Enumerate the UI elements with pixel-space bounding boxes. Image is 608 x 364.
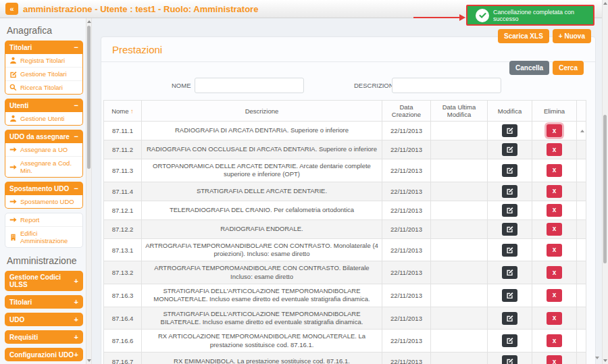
sidebar-group-panel: Assegnare a UOAssegnare a Cod. Min. bbox=[5, 143, 83, 178]
column-header-data-creazione[interactable]: Data Creazione bbox=[382, 101, 431, 122]
sidebar-scrollbar-thumb[interactable] bbox=[87, 26, 91, 169]
page-title: Prestazioni bbox=[112, 44, 162, 55]
sidebar-item-spostamento-udo[interactable]: Spostamento UDO bbox=[5, 195, 82, 208]
edit-button[interactable] bbox=[502, 185, 517, 198]
delete-button[interactable]: x bbox=[547, 355, 562, 364]
edit-button[interactable] bbox=[502, 334, 517, 347]
scroll-down-icon[interactable] bbox=[603, 359, 607, 362]
collapse-icon[interactable]: − bbox=[74, 101, 78, 109]
sidebar-item-assegnare-a-uo[interactable]: Assegnare a UO bbox=[5, 143, 82, 156]
delete-button[interactable]: x bbox=[547, 334, 562, 347]
cell-scrollbar bbox=[577, 201, 586, 219]
sidebar-group-header-utenti[interactable]: Utenti− bbox=[5, 99, 83, 112]
sidebar-group-label: UDO bbox=[9, 316, 24, 323]
column-header-nome[interactable]: Nome ↑ bbox=[104, 101, 142, 122]
edit-button[interactable] bbox=[502, 164, 517, 177]
edit-button[interactable] bbox=[502, 355, 517, 364]
column-header-descrizione[interactable]: Descrizione bbox=[142, 101, 382, 122]
sidebar-group-header-configurazioni-udo[interactable]: Configurazioni UDO+ bbox=[5, 348, 83, 361]
nuova-button[interactable]: + Nuova bbox=[553, 29, 591, 43]
expand-icon[interactable]: + bbox=[74, 315, 78, 323]
sidebar-group-gestione-codici-ulss: Gestione Codici ULSS+ bbox=[5, 271, 83, 291]
cell-data-ultima-modifica bbox=[431, 284, 488, 307]
delete-button[interactable]: x bbox=[547, 289, 562, 302]
delete-button[interactable]: x bbox=[547, 223, 562, 236]
cell-scrollbar bbox=[577, 182, 586, 201]
collapse-icon[interactable]: − bbox=[74, 184, 78, 192]
expand-icon[interactable]: + bbox=[74, 333, 78, 341]
delete-button[interactable]: x bbox=[547, 124, 562, 137]
delete-button[interactable]: x bbox=[547, 143, 562, 156]
column-header-data-ultima-modifica[interactable]: Data Ultima Modifica bbox=[431, 101, 488, 122]
scroll-up-icon[interactable] bbox=[603, 2, 607, 5]
pencil-square-icon bbox=[506, 224, 513, 234]
cell-data-ultima-modifica bbox=[431, 182, 488, 201]
edit-button[interactable] bbox=[502, 244, 517, 257]
cell-data-ultima-modifica bbox=[431, 159, 488, 182]
sidebar-item-label: Spostamento UDO bbox=[20, 198, 74, 205]
cell-data-ultima-modifica bbox=[431, 219, 488, 238]
sidebar-group-header-requisiti[interactable]: Requisiti+ bbox=[5, 330, 83, 344]
cell-elimina: x bbox=[532, 140, 577, 159]
expand-icon[interactable]: + bbox=[74, 350, 78, 359]
nome-input[interactable] bbox=[195, 78, 304, 93]
expand-icon[interactable]: + bbox=[74, 277, 78, 285]
page-scrollbar[interactable] bbox=[602, 0, 608, 364]
table-scroll-down-icon[interactable] bbox=[595, 357, 599, 359]
table-row: 87.16.6RX ARTICOLAZIONE TEMPOROMANDIBOLA… bbox=[104, 330, 586, 353]
delete-button[interactable]: x bbox=[547, 244, 562, 257]
sidebar-item-edifici-amministrazione[interactable]: Edifici Amministrazione bbox=[5, 226, 82, 247]
main-content: Prestazioni Scarica XLS + Nuova Cancella… bbox=[92, 18, 602, 364]
sidebar-item-assegnare-a-cod-min[interactable]: Assegnare a Cod. Min. bbox=[5, 156, 82, 177]
table-scroll-up-icon[interactable] bbox=[580, 130, 584, 132]
sidebar-item-gestione-titolari[interactable]: Gestione Titolari bbox=[5, 67, 82, 80]
sidebar-item-ricerca-titolari[interactable]: Ricerca Titolari bbox=[5, 80, 82, 94]
cell-descrizione: STRATIGRAFIA DELLE ARCATE DENTARIE. bbox=[142, 182, 382, 201]
delete-button[interactable]: x bbox=[547, 204, 562, 217]
expand-icon[interactable]: + bbox=[74, 298, 78, 306]
table-row: 87.13.2ARTROGRAFIA TEMPOROMANDIBOLARE CO… bbox=[104, 261, 586, 284]
sidebar-item-label: Assegnare a Cod. Min. bbox=[20, 159, 78, 174]
collapse-icon[interactable]: − bbox=[74, 132, 78, 140]
x-icon: x bbox=[553, 315, 557, 321]
sidebar-group-header-gestione-codici-ulss[interactable]: Gestione Codici ULSS+ bbox=[5, 271, 83, 291]
sidebar-scrollbar[interactable] bbox=[86, 18, 92, 364]
pencil-square-icon bbox=[506, 126, 513, 136]
edit-button[interactable] bbox=[502, 266, 517, 279]
edit-button[interactable] bbox=[502, 223, 517, 236]
table-scrollbar-header bbox=[577, 101, 586, 122]
edit-button[interactable] bbox=[502, 204, 517, 217]
edit-button[interactable] bbox=[502, 312, 517, 325]
sidebar-group-header-udo-da-assegnare[interactable]: UDO da assegnare− bbox=[5, 130, 83, 143]
sidebar-group-header-spostamento-udo[interactable]: Spostamento UDO− bbox=[5, 182, 83, 195]
edit-button[interactable] bbox=[502, 124, 517, 137]
sidebar-group-header-titolari[interactable]: Titolari− bbox=[5, 41, 83, 54]
collapse-icon[interactable]: − bbox=[74, 43, 78, 51]
sidebar-item-gestione-utenti[interactable]: Gestione Utenti bbox=[5, 112, 82, 125]
delete-button[interactable]: x bbox=[547, 312, 562, 325]
cerca-button[interactable]: Cerca bbox=[553, 61, 584, 75]
sidebar-group-header-titolari[interactable]: Titolari+ bbox=[5, 295, 83, 309]
sidebar-collapse-button[interactable]: « bbox=[5, 3, 18, 15]
scroll-up-icon[interactable] bbox=[87, 20, 91, 23]
scarica-xls-button[interactable]: Scarica XLS bbox=[498, 29, 549, 43]
delete-button[interactable]: x bbox=[547, 266, 562, 279]
page-scrollbar-thumb[interactable] bbox=[603, 115, 607, 263]
x-icon: x bbox=[553, 147, 557, 153]
sidebar-item-report[interactable]: Report bbox=[5, 213, 82, 226]
pencil-square-icon bbox=[506, 245, 513, 255]
cell-nome: 87.12.1 bbox=[104, 201, 142, 219]
cancella-button[interactable]: Cancella bbox=[509, 61, 549, 75]
sidebar-group-header-udo[interactable]: UDO+ bbox=[5, 313, 83, 326]
x-icon: x bbox=[553, 338, 557, 344]
cell-elimina: x bbox=[532, 330, 577, 353]
delete-button[interactable]: x bbox=[547, 185, 562, 198]
sidebar-heading-anagrafica: Anagrafica bbox=[5, 22, 83, 41]
cell-descrizione: RADIOGRAFIA DI ARCATA DENTARIA. Superior… bbox=[142, 122, 382, 140]
descrizione-input[interactable] bbox=[392, 78, 501, 93]
edit-button[interactable] bbox=[502, 143, 517, 156]
sidebar-item-registra-titolari[interactable]: Registra Titolari bbox=[5, 54, 82, 67]
delete-button[interactable]: x bbox=[547, 164, 562, 177]
edit-button[interactable] bbox=[502, 289, 517, 302]
scroll-down-icon[interactable] bbox=[87, 359, 91, 362]
